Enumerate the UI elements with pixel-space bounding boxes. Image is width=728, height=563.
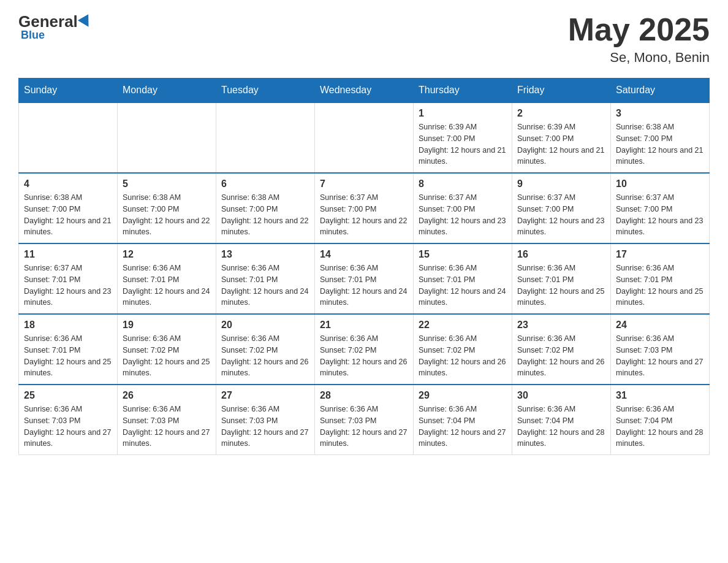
calendar-cell: 3Sunrise: 6:38 AMSunset: 7:00 PMDaylight… [611, 102, 710, 173]
day-info: Sunrise: 6:37 AMSunset: 7:00 PMDaylight:… [320, 192, 408, 238]
calendar-cell: 13Sunrise: 6:36 AMSunset: 7:01 PMDayligh… [216, 243, 315, 314]
day-number: 9 [517, 178, 605, 190]
day-number: 14 [320, 249, 408, 260]
calendar-cell: 27Sunrise: 6:36 AMSunset: 7:03 PMDayligh… [216, 385, 315, 455]
day-number: 31 [616, 390, 704, 401]
day-number: 4 [24, 178, 112, 190]
calendar-cell: 17Sunrise: 6:36 AMSunset: 7:01 PMDayligh… [611, 243, 710, 314]
day-number: 28 [320, 390, 408, 401]
day-info: Sunrise: 6:36 AMSunset: 7:01 PMDaylight:… [320, 262, 408, 308]
calendar-cell: 15Sunrise: 6:36 AMSunset: 7:01 PMDayligh… [414, 243, 512, 314]
calendar-cell [315, 102, 414, 173]
calendar-table: SundayMondayTuesdayWednesdayThursdayFrid… [18, 78, 710, 455]
weekday-header-saturday: Saturday [611, 79, 710, 103]
day-info: Sunrise: 6:38 AMSunset: 7:00 PMDaylight:… [123, 192, 211, 238]
day-number: 21 [320, 320, 408, 331]
day-number: 12 [123, 249, 211, 260]
weekday-header-monday: Monday [118, 79, 216, 103]
logo: General Blue [18, 12, 92, 42]
calendar-cell: 21Sunrise: 6:36 AMSunset: 7:02 PMDayligh… [315, 314, 414, 385]
day-info: Sunrise: 6:37 AMSunset: 7:00 PMDaylight:… [616, 192, 704, 238]
calendar-week-row: 1Sunrise: 6:39 AMSunset: 7:00 PMDaylight… [19, 102, 710, 173]
day-info: Sunrise: 6:39 AMSunset: 7:00 PMDaylight:… [517, 121, 605, 167]
day-info: Sunrise: 6:36 AMSunset: 7:01 PMDaylight:… [616, 262, 704, 308]
weekday-header-friday: Friday [512, 79, 611, 103]
month-title: May 2025 [568, 12, 710, 47]
day-info: Sunrise: 6:36 AMSunset: 7:01 PMDaylight:… [419, 262, 507, 308]
calendar-cell: 26Sunrise: 6:36 AMSunset: 7:03 PMDayligh… [118, 385, 216, 455]
day-number: 22 [419, 320, 507, 331]
day-number: 5 [123, 178, 211, 190]
calendar-week-row: 11Sunrise: 6:37 AMSunset: 7:01 PMDayligh… [19, 243, 710, 314]
day-number: 3 [616, 108, 704, 119]
calendar-header-row: SundayMondayTuesdayWednesdayThursdayFrid… [19, 79, 710, 103]
day-info: Sunrise: 6:36 AMSunset: 7:01 PMDaylight:… [123, 262, 211, 308]
location-title: Se, Mono, Benin [568, 50, 710, 66]
day-number: 25 [24, 390, 112, 401]
calendar-cell: 11Sunrise: 6:37 AMSunset: 7:01 PMDayligh… [19, 243, 118, 314]
calendar-cell: 30Sunrise: 6:36 AMSunset: 7:04 PMDayligh… [512, 385, 611, 455]
day-info: Sunrise: 6:38 AMSunset: 7:00 PMDaylight:… [24, 192, 112, 238]
calendar-cell: 16Sunrise: 6:36 AMSunset: 7:01 PMDayligh… [512, 243, 611, 314]
weekday-header-sunday: Sunday [19, 79, 118, 103]
calendar-cell: 9Sunrise: 6:37 AMSunset: 7:00 PMDaylight… [512, 173, 611, 243]
day-number: 10 [616, 178, 704, 190]
calendar-week-row: 4Sunrise: 6:38 AMSunset: 7:00 PMDaylight… [19, 173, 710, 243]
day-info: Sunrise: 6:36 AMSunset: 7:01 PMDaylight:… [517, 262, 605, 308]
day-number: 6 [221, 178, 309, 190]
day-number: 15 [419, 249, 507, 260]
calendar-cell [216, 102, 315, 173]
calendar-cell: 29Sunrise: 6:36 AMSunset: 7:04 PMDayligh… [414, 385, 512, 455]
weekday-header-thursday: Thursday [414, 79, 512, 103]
calendar-cell: 1Sunrise: 6:39 AMSunset: 7:00 PMDaylight… [414, 102, 512, 173]
day-number: 18 [24, 320, 112, 331]
day-info: Sunrise: 6:36 AMSunset: 7:02 PMDaylight:… [123, 333, 211, 379]
day-info: Sunrise: 6:37 AMSunset: 7:00 PMDaylight:… [517, 192, 605, 238]
day-info: Sunrise: 6:36 AMSunset: 7:02 PMDaylight:… [221, 333, 309, 379]
calendar-week-row: 25Sunrise: 6:36 AMSunset: 7:03 PMDayligh… [19, 385, 710, 455]
day-number: 13 [221, 249, 309, 260]
calendar-cell: 12Sunrise: 6:36 AMSunset: 7:01 PMDayligh… [118, 243, 216, 314]
day-info: Sunrise: 6:36 AMSunset: 7:02 PMDaylight:… [419, 333, 507, 379]
calendar-cell: 4Sunrise: 6:38 AMSunset: 7:00 PMDaylight… [19, 173, 118, 243]
day-info: Sunrise: 6:38 AMSunset: 7:00 PMDaylight:… [221, 192, 309, 238]
calendar-cell: 22Sunrise: 6:36 AMSunset: 7:02 PMDayligh… [414, 314, 512, 385]
day-number: 11 [24, 249, 112, 260]
day-info: Sunrise: 6:36 AMSunset: 7:04 PMDaylight:… [419, 404, 507, 450]
day-info: Sunrise: 6:36 AMSunset: 7:03 PMDaylight:… [123, 404, 211, 450]
calendar-cell: 28Sunrise: 6:36 AMSunset: 7:03 PMDayligh… [315, 385, 414, 455]
day-number: 16 [517, 249, 605, 260]
weekday-header-wednesday: Wednesday [315, 79, 414, 103]
calendar-cell: 20Sunrise: 6:36 AMSunset: 7:02 PMDayligh… [216, 314, 315, 385]
calendar-cell: 31Sunrise: 6:36 AMSunset: 7:04 PMDayligh… [611, 385, 710, 455]
day-info: Sunrise: 6:36 AMSunset: 7:01 PMDaylight:… [24, 333, 112, 379]
day-number: 20 [221, 320, 309, 331]
calendar-cell: 25Sunrise: 6:36 AMSunset: 7:03 PMDayligh… [19, 385, 118, 455]
title-section: May 2025 Se, Mono, Benin [568, 12, 710, 66]
calendar-cell: 6Sunrise: 6:38 AMSunset: 7:00 PMDaylight… [216, 173, 315, 243]
calendar-cell: 18Sunrise: 6:36 AMSunset: 7:01 PMDayligh… [19, 314, 118, 385]
day-info: Sunrise: 6:36 AMSunset: 7:03 PMDaylight:… [24, 404, 112, 450]
day-number: 7 [320, 178, 408, 190]
calendar-cell: 8Sunrise: 6:37 AMSunset: 7:00 PMDaylight… [414, 173, 512, 243]
calendar-cell: 23Sunrise: 6:36 AMSunset: 7:02 PMDayligh… [512, 314, 611, 385]
page-header: General Blue May 2025 Se, Mono, Benin [18, 12, 710, 66]
day-info: Sunrise: 6:36 AMSunset: 7:03 PMDaylight:… [616, 333, 704, 379]
calendar-cell: 14Sunrise: 6:36 AMSunset: 7:01 PMDayligh… [315, 243, 414, 314]
day-number: 17 [616, 249, 704, 260]
day-info: Sunrise: 6:37 AMSunset: 7:01 PMDaylight:… [24, 262, 112, 308]
day-number: 24 [616, 320, 704, 331]
day-number: 23 [517, 320, 605, 331]
day-number: 2 [517, 108, 605, 119]
calendar-cell: 24Sunrise: 6:36 AMSunset: 7:03 PMDayligh… [611, 314, 710, 385]
day-number: 1 [419, 108, 507, 119]
calendar-cell: 2Sunrise: 6:39 AMSunset: 7:00 PMDaylight… [512, 102, 611, 173]
day-info: Sunrise: 6:39 AMSunset: 7:00 PMDaylight:… [419, 121, 507, 167]
day-number: 27 [221, 390, 309, 401]
calendar-cell: 5Sunrise: 6:38 AMSunset: 7:00 PMDaylight… [118, 173, 216, 243]
day-number: 30 [517, 390, 605, 401]
calendar-week-row: 18Sunrise: 6:36 AMSunset: 7:01 PMDayligh… [19, 314, 710, 385]
day-info: Sunrise: 6:36 AMSunset: 7:04 PMDaylight:… [517, 404, 605, 450]
calendar-cell [118, 102, 216, 173]
weekday-header-tuesday: Tuesday [216, 79, 315, 103]
